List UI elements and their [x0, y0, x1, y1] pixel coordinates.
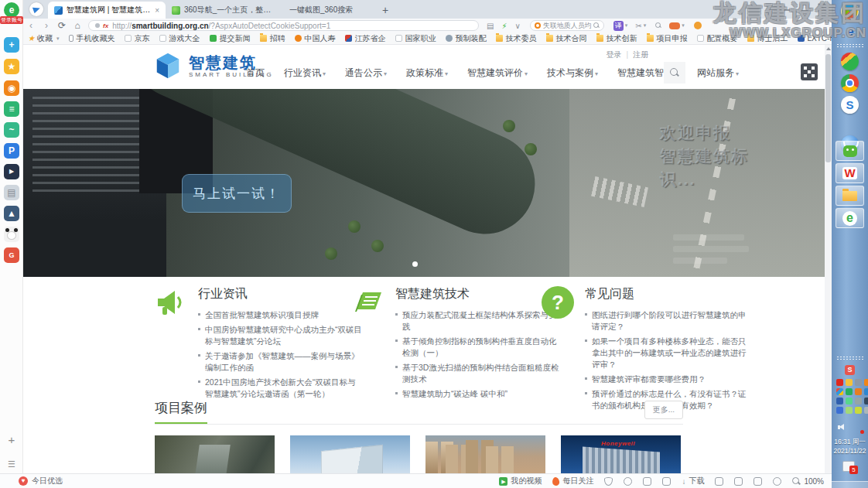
case-card-glass-building[interactable]: [290, 435, 410, 473]
emoji-icon[interactable]: [624, 477, 632, 486]
parrot-app-icon[interactable]: [841, 53, 859, 70]
page-zoom-control[interactable]: 100%: [792, 477, 824, 486]
bookmark-item[interactable]: 技术创新: [596, 33, 637, 44]
browser-logo-icon[interactable]: [29, 2, 43, 16]
forward-button[interactable]: ›: [39, 20, 54, 31]
tray-icon[interactable]: [836, 398, 843, 404]
rail-ppt-icon[interactable]: P: [4, 143, 19, 159]
tray-icon[interactable]: [864, 407, 868, 414]
sogou-pinyin-tray-icon[interactable]: S: [845, 365, 855, 375]
tray-icon[interactable]: [836, 379, 843, 386]
news-item[interactable]: 2021中国房地产技术创新大会“双碳目标与智慧建筑”分论坛邀请函（第一轮）: [198, 377, 362, 400]
translate-icon[interactable]: 译: [613, 21, 624, 31]
faq-item[interactable]: 图纸进行到哪个阶段可以进行智慧建筑的申请评定？: [585, 309, 749, 333]
bookmark-item[interactable]: 预制装配: [446, 33, 486, 44]
wps-taskbar-button[interactable]: W: [836, 163, 864, 183]
tray-icon[interactable]: [864, 388, 868, 395]
tab-close-icon[interactable]: ×: [155, 6, 159, 15]
login-link[interactable]: 登录: [606, 50, 621, 59]
explorer-taskbar-button[interactable]: [836, 186, 864, 206]
nav-announcements[interactable]: 通告公示▾: [345, 67, 387, 80]
tray-icon[interactable]: [846, 379, 853, 386]
show-desktop-button[interactable]: [832, 481, 868, 488]
site-search-button[interactable]: [664, 62, 685, 84]
rail-favorites-star-icon[interactable]: ★: [4, 59, 19, 74]
quick-search-box[interactable]: 失联地质人员均遇难: [530, 20, 604, 31]
news-item[interactable]: 中国房协智慧建筑研究中心成功主办“双碳目标与智慧建筑”分论坛: [198, 324, 362, 347]
daily-follow-button[interactable]: 每日关注: [552, 476, 593, 486]
tray-icon[interactable]: [855, 379, 862, 386]
rail-menu-icon[interactable]: ☰: [0, 459, 23, 469]
speed-mode-icon[interactable]: ⚡: [501, 22, 507, 30]
start-button[interactable]: [841, 2, 859, 20]
split-screen-icon[interactable]: [734, 477, 743, 486]
tray-icon[interactable]: [864, 379, 868, 386]
tray-icon[interactable]: [864, 398, 868, 404]
register-link[interactable]: 注册: [633, 50, 648, 59]
page-scrollbar[interactable]: [825, 45, 832, 473]
more-button[interactable]: 更多...: [644, 401, 683, 419]
tab-screenshot-search[interactable]: 一键截图_360搜索: [283, 2, 376, 19]
bookmark-item[interactable]: 京东: [125, 33, 149, 44]
tab-360-nav[interactable]: 360导航_一个主页，整个世界: [166, 2, 283, 19]
chrome-icon[interactable]: [841, 74, 859, 92]
tray-icon[interactable]: [855, 398, 862, 404]
tech-item[interactable]: 基于3D激光扫描的预制构件结合面粗糙度检测技术: [395, 362, 559, 385]
taskbar-clock[interactable]: 16:31 周一 2021/11/22: [832, 437, 868, 456]
back-button[interactable]: ‹: [23, 20, 39, 31]
slider-dot[interactable]: [412, 261, 418, 267]
tech-item[interactable]: 基于倾角控制指标的预制构件垂直度自动化检测（一）: [395, 336, 559, 359]
close-button[interactable]: [818, 3, 825, 11]
nav-home[interactable]: 首页: [246, 67, 265, 80]
360-browser-taskbar-button[interactable]: e: [836, 208, 864, 228]
case-card-aerial[interactable]: [155, 435, 275, 473]
speaker-icon[interactable]: [773, 477, 781, 486]
reload-button[interactable]: ⟳: [54, 20, 70, 31]
case-card-honeywell[interactable]: Honeywell: [561, 435, 681, 473]
bookmark-item[interactable]: 提交新闻: [210, 33, 250, 44]
qr-code-icon[interactable]: [801, 63, 818, 80]
minimize-button[interactable]: [784, 3, 791, 11]
games-caret-icon[interactable]: ▾: [682, 22, 685, 29]
news-item[interactable]: 全国首批智慧建筑标识项目授牌: [198, 309, 362, 321]
volume-icon[interactable]: [838, 424, 846, 431]
try-now-button[interactable]: 马上试一试！: [182, 174, 292, 213]
chevron-down-icon[interactable]: ∨: [514, 22, 520, 30]
printer-icon[interactable]: [715, 477, 723, 486]
scrollbar-thumb[interactable]: [825, 54, 831, 162]
action-center-icon[interactable]: 5: [842, 461, 855, 472]
my-videos-button[interactable]: ▶我的视频: [499, 476, 542, 486]
sogou-browser-icon[interactable]: S: [841, 96, 859, 114]
screenshot-scissors-icon[interactable]: ✂: [635, 22, 641, 30]
screenshot-caret-icon[interactable]: ▾: [644, 22, 647, 29]
account-avatar-icon[interactable]: [694, 22, 702, 29]
magnifier-tool-icon[interactable]: [655, 22, 661, 29]
glasses-icon[interactable]: [643, 477, 651, 486]
tech-item[interactable]: 智慧建筑助力“碳达峰 碳中和”: [395, 388, 559, 400]
nav-tech-cases[interactable]: 技术与案例▾: [547, 67, 598, 80]
rail-add-button[interactable]: +: [0, 433, 23, 446]
faq-item[interactable]: 智慧建筑评审都需要哪些费用？: [585, 374, 749, 385]
tray-icon[interactable]: [846, 388, 853, 395]
bookmark-item[interactable]: 项目申报: [647, 33, 687, 44]
new-tab-button[interactable]: +: [376, 2, 395, 19]
search-icon[interactable]: [593, 22, 600, 29]
bookmark-item[interactable]: 中国人寿: [295, 33, 335, 44]
bookmark-item[interactable]: LXTC-H: [798, 34, 832, 43]
translate-caret-icon[interactable]: ▾: [625, 22, 628, 29]
address-bar[interactable]: fx http://smartbuilding.org.cn/?AspxAuto…: [88, 20, 479, 31]
shield-icon[interactable]: [604, 477, 613, 486]
bookmark-item[interactable]: 手机收藏夹: [69, 33, 114, 44]
faq-item[interactable]: 如果一个项目有多种楼栋多种业态，能否只拿出其中的一栋建筑或一种业态的建筑进行评审…: [585, 336, 749, 370]
home-button[interactable]: ⌂: [70, 20, 85, 31]
tray-icon[interactable]: [855, 407, 862, 414]
today-picks-link[interactable]: 今日优选: [32, 476, 63, 486]
bookmark-item[interactable]: 博士后工: [747, 33, 788, 44]
scroll-up-icon[interactable]: [826, 47, 831, 50]
nav-evaluation[interactable]: 智慧建筑评价▾: [467, 67, 528, 80]
tray-icon[interactable]: [846, 398, 853, 404]
rail-game-icon[interactable]: G: [4, 247, 19, 263]
bookmark-item[interactable]: 国家职业: [395, 33, 436, 44]
copy-icon[interactable]: [754, 477, 762, 486]
internet-explorer-icon[interactable]: e: [832, 23, 868, 40]
